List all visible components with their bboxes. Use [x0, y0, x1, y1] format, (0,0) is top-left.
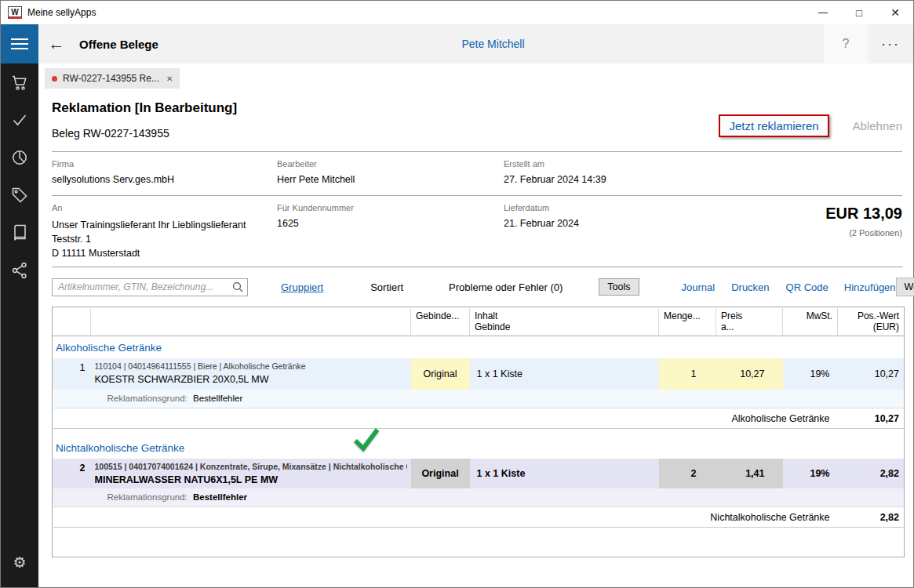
group-name: Alkoholische Getränke	[53, 336, 905, 358]
positions-table: Gebinde... Inhalt Gebinde Menge... Preis…	[52, 307, 905, 557]
search-icon	[232, 281, 243, 292]
journal-link[interactable]: Journal	[682, 281, 716, 293]
hamburger-icon	[11, 38, 28, 40]
more-actions-dropdown[interactable]: Weitere	[896, 278, 914, 296]
column-header-number[interactable]	[53, 307, 91, 336]
inhalt-cell: 1 x 1 Kiste	[470, 459, 659, 488]
reason-row: Reklamationsgrund: Bestellfehler	[53, 488, 905, 507]
tab-strip: RW-0227-143955 Re... ✕	[38, 64, 913, 89]
column-header-gebinde[interactable]: Gebinde...	[411, 307, 470, 336]
search-input[interactable]	[52, 278, 248, 296]
reklamationsgrund: Reklamationsgrund: Bestellfehler	[91, 390, 905, 408]
reason-label: Reklamationsgrund:	[107, 492, 188, 502]
article-description: 100515 | 04017074001624 | Konzentrate, S…	[91, 459, 411, 488]
tab-document[interactable]: RW-0227-143955 Re... ✕	[45, 68, 180, 89]
inhalt-cell: 1 x 1 Kiste	[470, 358, 659, 390]
gebinde-cell[interactable]: Original	[411, 459, 470, 488]
back-button[interactable]: ←	[38, 24, 75, 64]
column-header-wert[interactable]: Pos.-Wert (EUR)	[838, 307, 905, 336]
more-button[interactable]: ···	[868, 24, 913, 64]
document-subtitle: Beleg RW-0227-143955	[52, 127, 237, 140]
reject-button[interactable]: Ablehnen	[853, 119, 902, 132]
subtotal-value: 10,27	[838, 408, 905, 429]
table-row[interactable]: 1 110104 | 04014964111555 | Biere | Alko…	[53, 358, 905, 390]
qr-code-link[interactable]: QR Code	[786, 281, 828, 293]
divider	[52, 267, 902, 267]
tools-button[interactable]: Tools	[599, 278, 639, 296]
minimize-button[interactable]: —	[805, 1, 841, 24]
menge-cell[interactable]: 1	[659, 358, 716, 390]
recipient-line-2: Teststr. 1	[52, 232, 277, 246]
sidebar-item-statistics[interactable]	[1, 139, 38, 176]
help-button[interactable]: ?	[824, 24, 868, 64]
gear-icon: ⚙	[13, 554, 26, 572]
article-name: KOESTR SCHWARZBIER 20X0,5L MW	[95, 374, 407, 385]
preis-cell[interactable]: 10,27	[716, 358, 783, 390]
column-header-preis[interactable]: Preis a...	[716, 307, 783, 336]
search-box	[52, 278, 248, 296]
document-content: Reklamation [In Bearbeitung] Beleg RW-02…	[38, 89, 913, 587]
sidebar-item-catalog[interactable]	[1, 214, 38, 252]
field-firma: Firma sellysolutions Serv.ges.mbH	[52, 159, 277, 195]
field-bearbeiter: Bearbeiter Herr Pete Mitchell	[277, 159, 504, 195]
sidebar-item-cart[interactable]	[1, 64, 38, 101]
sidebar-item-settings[interactable]: ⚙	[1, 543, 38, 581]
header-actions: ? ···	[824, 24, 913, 64]
pos-wert-cell: 2,82	[838, 459, 905, 488]
mwst-cell: 19%	[783, 358, 838, 390]
close-button[interactable]: ✕	[877, 1, 913, 24]
mwst-cell: 19%	[783, 459, 838, 488]
share-network-icon	[10, 261, 29, 280]
article-meta: 110104 | 04014964111555 | Biere | Alkoho…	[95, 361, 407, 371]
maximize-button[interactable]: □	[841, 1, 877, 24]
print-link[interactable]: Drucken	[731, 281, 769, 293]
lieferdatum-value: 21. Februar 2024	[504, 218, 825, 229]
menu-button[interactable]	[1, 24, 38, 64]
group-subtotal-row: Alkoholische Getränke 10,27	[53, 408, 905, 429]
field-erstellt-am: Erstellt am 27. Februar 2024 14:39	[504, 159, 902, 195]
document-header: Reklamation [In Bearbeitung] Beleg RW-02…	[52, 89, 902, 151]
article-meta: 100515 | 04017074001624 | Konzentrate, S…	[95, 462, 407, 471]
reklamationsgrund: Reklamationsgrund: Bestellfehler	[91, 488, 905, 507]
sorted-toggle[interactable]: Sortiert	[370, 281, 403, 293]
ellipsis-icon: ···	[881, 36, 900, 53]
group-header-nichtalkoholische[interactable]: Nichtalkoholische Getränke	[53, 437, 905, 459]
add-link[interactable]: Hinzufügen	[844, 281, 896, 293]
gebinde-cell[interactable]: Original	[411, 358, 470, 390]
subtotal-value: 2,82	[838, 507, 905, 528]
sidebar-item-offers[interactable]	[1, 176, 38, 214]
column-header-mwst[interactable]: MwSt.	[783, 307, 838, 336]
document-total: EUR 13,09 (2 Positionen)	[825, 203, 902, 267]
problems-filter[interactable]: Probleme oder Fehler (0)	[449, 281, 563, 293]
page-title: Offene Belege	[79, 38, 158, 51]
positions-count: (2 Positionen)	[825, 228, 902, 238]
document-actions: Jetzt reklamieren Ablehnen	[719, 100, 902, 151]
column-header-menge[interactable]: Menge...	[659, 307, 716, 336]
grouped-toggle[interactable]: Gruppiert	[281, 281, 323, 293]
firma-value: sellysolutions Serv.ges.mbH	[52, 174, 277, 185]
spacer	[53, 429, 905, 437]
tag-icon	[10, 186, 29, 205]
sidebar-item-share[interactable]	[1, 252, 38, 289]
user-name[interactable]: Pete Mitchell	[461, 38, 524, 50]
recipient-line-3: D 11111 Musterstadt	[52, 246, 277, 260]
group-header-alkoholische[interactable]: Alkoholische Getränke	[53, 336, 905, 358]
table-row-selected[interactable]: 2 100515 | 04017074001624 | Konzentrate,…	[53, 459, 905, 488]
tab-label: RW-0227-143955 Re...	[63, 73, 159, 84]
total-amount: EUR 13,09	[825, 205, 902, 223]
reclaim-now-button[interactable]: Jetzt reklamieren	[719, 114, 828, 137]
app-header: ← Offene Belege Pete Mitchell ? ···	[1, 24, 913, 64]
column-header-description[interactable]	[91, 307, 411, 336]
sidebar-item-tasks[interactable]	[1, 101, 38, 139]
app-window: W Meine sellyApps — □ ✕ ← Offene Belege …	[0, 0, 914, 588]
kundennummer-value: 1625	[277, 218, 504, 229]
column-header-inhalt[interactable]: Inhalt Gebinde	[470, 307, 659, 336]
table-filler	[53, 528, 905, 557]
pos-wert-cell: 10,27	[838, 358, 905, 390]
titlebar-left: W Meine sellyApps	[1, 6, 96, 19]
menge-cell[interactable]: 2	[659, 459, 716, 488]
book-icon	[10, 223, 29, 242]
tab-close-icon[interactable]: ✕	[166, 74, 173, 83]
table-header-row: Gebinde... Inhalt Gebinde Menge... Preis…	[53, 307, 905, 336]
preis-cell[interactable]: 1,41	[716, 459, 783, 488]
